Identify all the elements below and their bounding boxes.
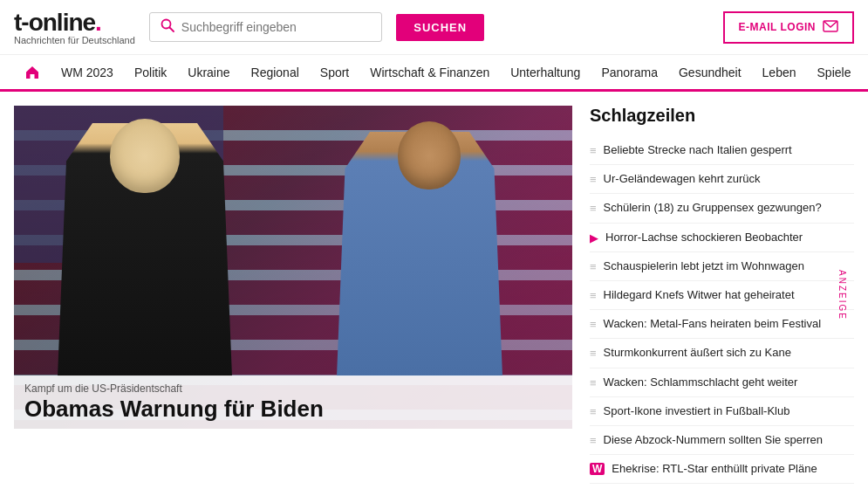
news-list-item[interactable]: ≡ Sturmkonkurrent äußert sich zu Kane — [590, 339, 854, 368]
nav-home[interactable] — [14, 56, 51, 89]
hero-caption: Kampf um die US-Präsidentschaft Obamas W… — [14, 375, 572, 429]
nav-item-wm2023[interactable]: WM 2023 — [51, 57, 124, 88]
news-bullet: ≡ — [590, 144, 597, 157]
nav-item-regional[interactable]: Regional — [241, 57, 310, 88]
svg-line-1 — [169, 28, 174, 32]
nav-item-panorama[interactable]: Panorama — [591, 57, 668, 88]
nav-item-nachhaltigkeit[interactable]: Nachhaltigkei... — [861, 57, 868, 88]
nav-item-gesundheit[interactable]: Gesundheit — [668, 57, 752, 88]
logo-tagline: Nachrichten für Deutschland — [14, 35, 135, 45]
news-text: Schülerin (18) zu Gruppensex gezwungen? — [604, 200, 822, 216]
news-bullet: ≡ — [590, 318, 597, 331]
news-list-item[interactable]: ≡ Ur-Geländewagen kehrt zurück — [590, 165, 854, 194]
news-text: Ur-Geländewagen kehrt zurück — [604, 171, 761, 187]
email-icon — [823, 20, 838, 35]
news-text: Diese Abzock-Nummern sollten Sie sperren — [604, 432, 823, 448]
news-text: Schauspielerin lebt jetzt im Wohnwagen — [604, 258, 804, 274]
nav-item-leben[interactable]: Leben — [752, 57, 807, 88]
news-text: Wacken: Metal-Fans heiraten beim Festiva… — [604, 316, 822, 332]
news-text: Ehekrise: RTL-Star enthüllt private Plän… — [612, 461, 817, 477]
search-bar — [149, 12, 382, 42]
news-bullet: ≡ — [590, 202, 597, 215]
news-bullet: ≡ — [590, 347, 597, 360]
news-text: Wacken: Schlammschlacht geht weiter — [604, 375, 798, 390]
news-text: Sturmkonkurrent äußert sich zu Kane — [604, 345, 791, 361]
email-login-label: E-MAIL LOGIN — [739, 21, 816, 33]
search-icon — [161, 18, 174, 36]
news-list-item[interactable]: W Ehekrise: RTL-Star enthüllt private Pl… — [590, 455, 854, 484]
news-list-item[interactable]: ≡ Wacken: Schlammschlacht geht weiter — [590, 368, 854, 397]
news-text: Sport-Ikone investiert in Fußball-Klub — [604, 403, 790, 419]
logo: t-online. Nachrichten für Deutschland — [14, 9, 135, 45]
head-obama — [398, 121, 461, 189]
nav-item-sport[interactable]: Sport — [310, 57, 359, 88]
news-list-item[interactable]: ≡ Wacken: Metal-Fans heiraten beim Festi… — [590, 310, 854, 339]
sidebar: Schlagzeilen ≡ Beliebte Strecke nach Ita… — [572, 106, 854, 484]
nav-item-unterhaltung[interactable]: Unterhaltung — [500, 57, 591, 88]
logo-dot: . — [95, 9, 101, 36]
anzeige-label: ANZEIGE — [838, 270, 848, 320]
news-text: Beliebte Strecke nach Italien gesperrt — [604, 142, 792, 158]
search-input[interactable] — [181, 20, 371, 34]
nav-item-politik[interactable]: Politik — [124, 57, 177, 88]
news-list-item[interactable]: ≡ Diese Abzock-Nummern sollten Sie sperr… — [590, 426, 854, 455]
news-list-item[interactable]: ≡ Schülerin (18) zu Gruppensex gezwungen… — [590, 194, 854, 223]
news-text: Horror-Lachse schockieren Beobachter — [605, 230, 803, 245]
search-button[interactable]: SUCHEN — [396, 14, 484, 41]
nav-item-spiele[interactable]: Spiele — [807, 57, 862, 88]
news-list-item[interactable]: ≡ Beliebte Strecke nach Italien gesperrt — [590, 136, 854, 165]
hero-caption-main: Obamas Warnung für Biden — [24, 396, 562, 422]
news-bullet: ≡ — [590, 376, 597, 389]
news-bullet: ≡ — [590, 260, 597, 273]
hero-caption-sub: Kampf um die US-Präsidentschaft — [24, 382, 562, 395]
news-bullet: ▶ — [590, 231, 598, 244]
news-list-item[interactable]: ▶ Horror-Lachse schockieren Beobachter — [590, 224, 854, 252]
news-bullet: ≡ — [590, 289, 597, 302]
nav-item-ukraine[interactable]: Ukraine — [177, 57, 240, 88]
news-text: Hildegard Knefs Witwer hat geheiratet — [604, 287, 795, 303]
news-list-item[interactable]: ≡ Schauspielerin lebt jetzt im Wohnwagen — [590, 252, 854, 281]
header: t-online. Nachrichten für Deutschland SU… — [0, 0, 868, 55]
nav-bar: WM 2023 Politik Ukraine Regional Sport W… — [0, 55, 868, 92]
head-biden — [110, 119, 180, 193]
news-bullet: ≡ — [590, 405, 597, 418]
news-list-item[interactable]: ≡ Hildegard Knefs Witwer hat geheiratet — [590, 281, 854, 310]
news-bullet: ≡ — [590, 434, 597, 447]
sidebar-title: Schlagzeilen — [590, 106, 854, 126]
email-login-button[interactable]: E-MAIL LOGIN — [723, 11, 854, 44]
logo-text: t-online — [14, 9, 95, 36]
main-content: Kampf um die US-Präsidentschaft Obamas W… — [0, 92, 868, 489]
news-bullet: ≡ — [590, 173, 597, 186]
hero-section[interactable]: Kampf um die US-Präsidentschaft Obamas W… — [14, 106, 572, 484]
news-bullet: W — [590, 463, 605, 475]
news-list-item[interactable]: ≡ Sport-Ikone investiert in Fußball-Klub — [590, 397, 854, 426]
hero-image: Kampf um die US-Präsidentschaft Obamas W… — [14, 106, 572, 429]
nav-item-wirtschaft[interactable]: Wirtschaft & Finanzen — [359, 57, 500, 88]
content-area: Kampf um die US-Präsidentschaft Obamas W… — [0, 92, 868, 489]
news-list: ≡ Beliebte Strecke nach Italien gesperrt… — [590, 136, 854, 484]
